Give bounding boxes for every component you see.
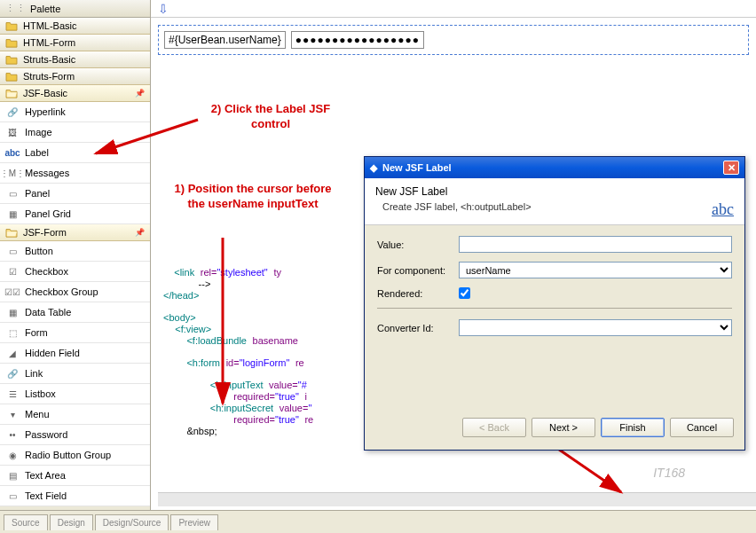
bottom-tabs: Source Design Design/Source Preview	[0, 510, 756, 533]
image-icon: 🖼	[5, 126, 20, 138]
palette-item-textarea[interactable]: ▤Text Area	[0, 466, 150, 486]
dialog-titlebar[interactable]: ◆ New JSF Label ✕	[365, 157, 744, 178]
folder-icon	[5, 20, 18, 31]
item-label: Label	[25, 147, 49, 158]
radio-icon: ◉	[5, 449, 20, 461]
item-label: Checkbox	[25, 266, 68, 277]
item-label: Text Area	[25, 470, 66, 481]
for-component-select[interactable]: userName	[459, 262, 732, 278]
palette-item-link[interactable]: 🔗Link	[0, 364, 150, 384]
folder-icon	[5, 37, 18, 48]
folder-jsf-basic[interactable]: JSF-Basic 📌	[0, 85, 150, 102]
item-label: Hidden Field	[25, 348, 80, 358]
messages-icon: ⋮M⋮	[5, 167, 20, 179]
hidden-field-icon: ◢	[5, 347, 20, 359]
rendered-checkbox[interactable]	[459, 287, 470, 299]
item-label: Panel	[25, 188, 50, 199]
preview-username-field[interactable]: #{UserBean.userName}	[164, 31, 286, 49]
pin-icon: 📌	[135, 228, 145, 237]
item-label: Text Field	[25, 490, 67, 501]
item-label: Radio Button Group	[25, 450, 111, 460]
palette-item-checkbox[interactable]: ☑Checkbox	[0, 262, 150, 282]
palette-item-data-table[interactable]: ▦Data Table	[0, 302, 150, 323]
form-icon: ⬚	[5, 326, 20, 339]
converter-id-label: Converter Id:	[377, 323, 459, 333]
checkbox-icon: ☑	[5, 265, 20, 278]
dialog-header: New JSF Label Create JSF label, <h:outpu…	[365, 178, 744, 225]
dialog-icon: ◆	[370, 162, 377, 174]
label-icon: abc	[5, 146, 20, 159]
palette-title: Palette	[30, 4, 60, 14]
item-label: Link	[25, 368, 43, 379]
checkbox-group-icon: ☑☑	[5, 286, 20, 298]
palette-item-form[interactable]: ⬚Form	[0, 323, 150, 343]
folder-struts-form[interactable]: Struts-Form	[0, 68, 150, 85]
value-input[interactable]	[459, 236, 732, 253]
dialog-buttons: < Back Next > Finish Cancel	[365, 409, 744, 450]
dialog-subheading: Create JSF label, <h:outputLabel>	[382, 201, 734, 212]
palette-item-listbox[interactable]: ☰Listbox	[0, 384, 150, 404]
palette-item-radio[interactable]: ◉Radio Button Group	[0, 445, 150, 466]
pin-icon: 📌	[135, 89, 145, 98]
folder-label: HTML-Basic	[23, 20, 77, 31]
folder-struts-basic[interactable]: Struts-Basic	[0, 51, 150, 68]
converter-id-select[interactable]	[459, 319, 732, 336]
link2-icon: 🔗	[5, 367, 20, 380]
dialog-banner-icon: abc	[712, 200, 734, 219]
next-button[interactable]: Next >	[532, 418, 595, 437]
tab-design-source[interactable]: Design/Source	[95, 514, 169, 530]
rendered-label: Rendered:	[377, 288, 459, 299]
tab-preview[interactable]: Preview	[170, 514, 218, 530]
panel-icon: ▭	[5, 187, 20, 200]
item-label: Form	[25, 327, 48, 338]
ruler-cursor-icon: ⇩	[158, 2, 169, 16]
palette-item-hidden-field[interactable]: ◢Hidden Field	[0, 343, 150, 364]
password-icon: ••	[5, 428, 20, 441]
palette-item-button[interactable]: ▭Button	[0, 241, 150, 262]
close-button[interactable]: ✕	[723, 161, 739, 175]
folder-icon	[5, 54, 18, 65]
palette-item-label[interactable]: abcLabel	[0, 143, 150, 163]
item-label: Data Table	[25, 307, 71, 317]
new-jsf-label-dialog: ◆ New JSF Label ✕ New JSF Label Create J…	[364, 156, 745, 451]
palette-item-password[interactable]: ••Password	[0, 425, 150, 445]
textfield-icon: ▭	[5, 490, 20, 502]
palette-item-textfield[interactable]: ▭Text Field	[0, 486, 150, 506]
item-label: Messages	[25, 168, 69, 178]
link-icon: 🔗	[5, 106, 20, 118]
folder-label: Struts-Form	[23, 71, 75, 82]
cancel-button[interactable]: Cancel	[670, 418, 734, 437]
horizontal-scrollbar[interactable]	[158, 492, 756, 506]
preview-password-field[interactable]: ●●●●●●●●●●●●●●●●●	[291, 31, 424, 49]
tab-design[interactable]: Design	[50, 514, 93, 530]
dialog-heading: New JSF Label	[375, 185, 734, 198]
palette-item-panel-grid[interactable]: ▦Panel Grid	[0, 204, 150, 224]
palette-item-checkbox-group[interactable]: ☑☑Checkbox Group	[0, 282, 150, 302]
folder-open-icon	[5, 88, 18, 98]
listbox-icon: ☰	[5, 388, 20, 400]
folder-html-basic[interactable]: HTML-Basic	[0, 18, 150, 35]
button-icon: ▭	[5, 245, 20, 257]
item-label: Panel Grid	[25, 208, 71, 219]
palette-item-messages[interactable]: ⋮M⋮Messages	[0, 163, 150, 184]
palette-item-menu[interactable]: ▾Menu	[0, 404, 150, 425]
finish-button[interactable]: Finish	[601, 418, 665, 437]
folder-open-icon	[5, 227, 18, 238]
folder-html-form[interactable]: HTML-Form	[0, 35, 150, 51]
folder-label: JSF-Form	[23, 227, 67, 238]
palette-item-panel[interactable]: ▭Panel	[0, 184, 150, 204]
data-table-icon: ▦	[5, 306, 20, 318]
panel-grid-icon: ▦	[5, 208, 20, 220]
tab-source[interactable]: Source	[4, 514, 48, 530]
folder-jsf-form[interactable]: JSF-Form 📌	[0, 224, 150, 241]
item-label: Checkbox Group	[25, 286, 98, 297]
palette-item-image[interactable]: 🖼Image	[0, 122, 150, 143]
palette-panel: ⋮⋮ Palette HTML-Basic HTML-Form Struts-B…	[0, 0, 151, 533]
menu-icon: ▾	[5, 408, 20, 420]
item-label: Image	[25, 127, 52, 137]
form-preview[interactable]: #{UserBean.userName} ●●●●●●●●●●●●●●●●●	[158, 25, 749, 55]
palette-item-hyperlink[interactable]: 🔗Hyperlink	[0, 102, 150, 122]
dialog-title-text: New JSF Label	[382, 162, 452, 173]
folder-label: JSF-Basic	[23, 88, 67, 98]
back-button[interactable]: < Back	[462, 418, 526, 437]
